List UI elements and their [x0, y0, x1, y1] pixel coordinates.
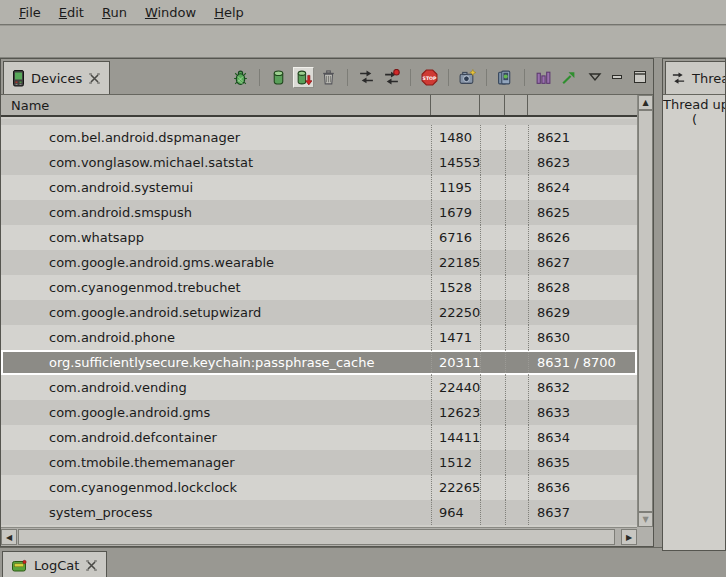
- table-row[interactable]: com.android.systemui 1195 8624: [1, 175, 637, 200]
- table-row[interactable]: com.cyanogenmod.trebuchet 1528 8628: [1, 275, 637, 300]
- blank-cell: [480, 225, 505, 250]
- process-port: 8629: [528, 300, 637, 325]
- process-name: com.android.defcontainer: [1, 425, 431, 450]
- blank-cell: [505, 475, 528, 500]
- process-port: 8627: [528, 250, 637, 275]
- blank-cell: [505, 325, 528, 350]
- blank-cell: [480, 500, 505, 525]
- scroll-left-button[interactable]: ◀: [1, 529, 17, 545]
- tab-threads-label: Threads: [692, 71, 725, 86]
- close-icon[interactable]: [88, 72, 101, 85]
- process-name: com.android.smspush: [1, 200, 431, 225]
- update-heap-button[interactable]: [268, 67, 289, 88]
- blank-cell: [480, 425, 505, 450]
- menu-run[interactable]: Run: [93, 3, 136, 22]
- table-row[interactable]: com.bel.android.dspmanager 1480 8621: [1, 125, 637, 150]
- stop-sign-icon: STOP: [421, 69, 438, 86]
- table-row[interactable]: system_process 964 8637: [1, 500, 637, 525]
- column-header-blank2[interactable]: [505, 95, 528, 115]
- blank-cell: [480, 300, 505, 325]
- process-port: 8635: [528, 450, 637, 475]
- vertical-scroll-thumb[interactable]: [638, 110, 653, 512]
- menu-file[interactable]: File: [10, 3, 50, 22]
- close-icon[interactable]: [85, 559, 98, 572]
- name-header-label: Name: [11, 98, 49, 113]
- blank-cell: [480, 175, 505, 200]
- blank-cell: [480, 150, 505, 175]
- process-name: com.google.android.gms.wearable: [1, 250, 431, 275]
- menu-window[interactable]: Window: [136, 3, 205, 22]
- table-row[interactable]: com.android.smspush 1679 8625: [1, 200, 637, 225]
- menu-help[interactable]: Help: [205, 3, 253, 22]
- process-port: 8624: [528, 175, 637, 200]
- horizontal-scroll-thumb[interactable]: [18, 529, 615, 545]
- tab-devices-label: Devices: [31, 71, 82, 86]
- devices-table: Name com.bel.android.dspmanager 1480 862…: [1, 95, 653, 546]
- scroll-up-button[interactable]: ▲: [638, 95, 653, 110]
- process-name: com.whatsapp: [1, 225, 431, 250]
- minimize-icon[interactable]: [611, 71, 624, 83]
- toolbar-separator: [524, 69, 525, 86]
- table-row[interactable]: com.google.android.setupwizard 22250 862…: [1, 300, 637, 325]
- process-name: com.tmobile.thememanager: [1, 450, 431, 475]
- blank-cell: [505, 425, 528, 450]
- logcat-icon: [11, 558, 28, 573]
- debug-attach-button[interactable]: [230, 67, 251, 88]
- toolbar-separator: [486, 69, 487, 86]
- scroll-down-button[interactable]: ▼: [638, 512, 653, 527]
- update-threads-button[interactable]: [356, 67, 377, 88]
- column-header-name[interactable]: Name: [1, 95, 431, 115]
- tab-devices[interactable]: Devices: [3, 61, 110, 94]
- process-port: 8637: [528, 500, 637, 525]
- bottom-tab-strip: LogCat: [0, 547, 726, 577]
- table-row[interactable]: com.android.vending 22440 8632: [1, 375, 637, 400]
- blank-cell: [480, 350, 505, 375]
- dump-hprof-button[interactable]: [293, 67, 314, 88]
- blank-cell: [505, 375, 528, 400]
- threads-red-dot-icon: [383, 69, 400, 86]
- start-tracing-button[interactable]: [558, 67, 579, 88]
- table-row[interactable]: com.android.defcontainer 14411 8634: [1, 425, 637, 450]
- device-capture-button[interactable]: [495, 67, 516, 88]
- scroll-right-button[interactable]: ▶: [621, 529, 637, 545]
- svg-text:STOP: STOP: [423, 75, 437, 80]
- process-pid: 22440: [431, 375, 480, 400]
- column-header-blank1[interactable]: [480, 95, 505, 115]
- camera-icon: [459, 69, 476, 86]
- process-pid: 1471: [431, 325, 480, 350]
- process-port: 8626: [528, 225, 637, 250]
- table-row[interactable]: com.cyanogenmod.lockclock 22265 8636: [1, 475, 637, 500]
- process-name: com.google.android.gms: [1, 400, 431, 425]
- tab-logcat[interactable]: LogCat: [2, 551, 107, 577]
- phone-icon: [12, 70, 25, 87]
- column-header-pid[interactable]: [431, 95, 480, 115]
- table-row-selected[interactable]: org.sufficientlysecure.keychain:passphra…: [1, 350, 637, 375]
- table-row[interactable]: com.android.phone 1471 8630: [1, 325, 637, 350]
- view-menu-icon[interactable]: [588, 71, 602, 83]
- method-profiling-button[interactable]: [381, 67, 402, 88]
- purple-bars-icon: [535, 69, 552, 86]
- table-row[interactable]: com.whatsapp 6716 8626: [1, 225, 637, 250]
- screen-capture-button[interactable]: [457, 67, 478, 88]
- green-arrow-icon: [560, 69, 577, 86]
- stop-process-button[interactable]: STOP: [419, 67, 440, 88]
- blank-cell: [480, 475, 505, 500]
- blank-cell: [505, 350, 528, 375]
- blank-cell: [480, 375, 505, 400]
- system-info-button[interactable]: [533, 67, 554, 88]
- toolbar-separator: [347, 69, 348, 86]
- panel-splitter[interactable]: [654, 58, 662, 551]
- process-pid: 20311: [431, 350, 480, 375]
- table-row[interactable]: com.vonglasow.michael.satstat 14553 8623: [1, 150, 637, 175]
- tab-threads[interactable]: Threads: [665, 61, 725, 94]
- process-name: com.cyanogenmod.trebuchet: [1, 275, 431, 300]
- cause-gc-button[interactable]: [318, 67, 339, 88]
- column-header-port[interactable]: [528, 95, 637, 115]
- table-row[interactable]: com.google.android.gms 12623 8633: [1, 400, 637, 425]
- table-row[interactable]: com.google.android.gms.wearable 22185 86…: [1, 250, 637, 275]
- blank-cell: [505, 450, 528, 475]
- table-row[interactable]: com.tmobile.thememanager 1512 8635: [1, 450, 637, 475]
- process-port: 8623: [528, 150, 637, 175]
- maximize-icon[interactable]: [633, 70, 647, 84]
- menu-edit[interactable]: Edit: [50, 3, 93, 22]
